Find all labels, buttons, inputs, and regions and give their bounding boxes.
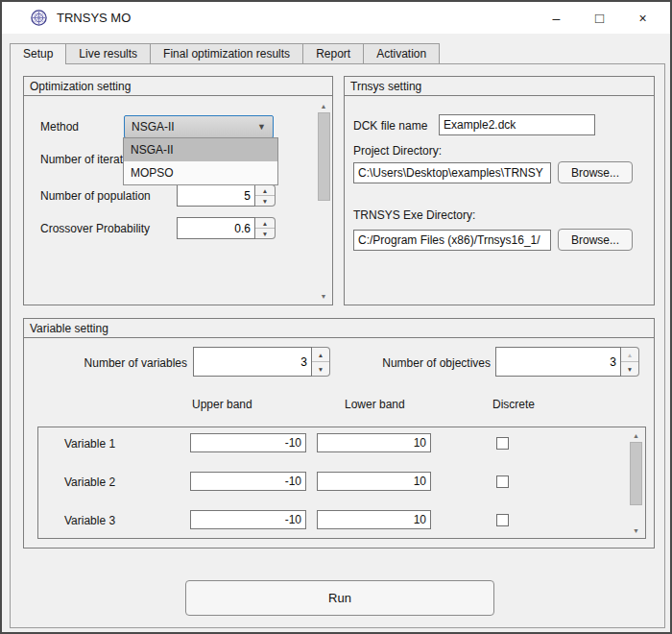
tab-report[interactable]: Report — [302, 43, 363, 64]
upper-band-header: Upper band — [192, 398, 252, 411]
num-variables-input[interactable] — [193, 347, 312, 377]
dck-file-name-label: DCK file name — [353, 119, 427, 133]
optimization-scrollbar[interactable]: ▲ ▼ — [317, 100, 330, 302]
exe-browse-button[interactable]: Browse... — [558, 229, 633, 251]
spin-up-icon[interactable]: ▲ — [621, 348, 638, 361]
scroll-down-icon[interactable]: ▼ — [629, 524, 643, 536]
num-objectives-input[interactable] — [495, 347, 621, 377]
project-directory-input[interactable] — [353, 162, 551, 183]
spin-down-icon[interactable]: ▼ — [621, 361, 638, 376]
table-row: Variable 1 — [38, 433, 645, 456]
discrete-checkbox[interactable] — [496, 514, 509, 526]
num-variables-label: Number of variables — [66, 356, 187, 370]
num-objectives-label: Number of objectives — [375, 356, 491, 370]
crossover-input[interactable] — [177, 217, 255, 239]
lower-band-input[interactable] — [317, 510, 431, 529]
setup-tab-panel: Optimization setting Method Number of it… — [10, 63, 665, 628]
maximize-button[interactable]: □ — [578, 2, 621, 34]
minimize-button[interactable]: – — [535, 2, 578, 34]
project-directory-label: Project Directory: — [353, 144, 442, 158]
num-objectives-spin-buttons: ▲ ▼ — [621, 347, 639, 377]
crossover-label: Crossover Probability — [40, 222, 150, 235]
scrollbar-track[interactable] — [318, 111, 330, 290]
scrollbar-track[interactable] — [630, 441, 642, 524]
dck-file-name-input[interactable] — [439, 114, 595, 135]
discrete-header: Discrete — [492, 398, 535, 411]
population-label: Number of population — [40, 189, 151, 203]
variable-setting-group: Variable setting Number of variables ▲ ▼… — [23, 318, 655, 549]
variable-table-scrollbar[interactable]: ▲ ▼ — [629, 429, 643, 536]
population-input[interactable] — [177, 184, 255, 207]
scroll-up-icon[interactable]: ▲ — [317, 100, 330, 111]
table-row: Variable 3 — [38, 510, 645, 533]
scrollbar-thumb[interactable] — [630, 442, 642, 505]
variable-name: Variable 3 — [64, 514, 115, 527]
scrollbar-thumb[interactable] — [318, 112, 330, 201]
trnsys-setting-group: Trnsys setting DCK file name Project Dir… — [344, 76, 655, 305]
spin-up-icon[interactable]: ▲ — [312, 348, 329, 361]
app-window: TRNSYS MO – □ × Setup Live results Final… — [0, 0, 672, 634]
trnsys-setting-title: Trnsys setting — [345, 77, 654, 96]
method-combobox[interactable]: NSGA-II ▼ — [124, 115, 274, 138]
close-button[interactable]: × — [621, 2, 664, 34]
chevron-down-icon: ▼ — [257, 122, 266, 132]
scroll-down-icon[interactable]: ▼ — [317, 290, 330, 302]
spin-down-icon[interactable]: ▼ — [255, 195, 275, 206]
optimization-setting-title: Optimization setting — [24, 77, 332, 96]
project-browse-button[interactable]: Browse... — [558, 161, 633, 183]
spin-down-icon[interactable]: ▼ — [312, 361, 329, 376]
population-spinner: ▲ ▼ — [177, 184, 276, 207]
exe-directory-label: TRNSYS Exe Directory: — [353, 208, 475, 222]
num-objectives-spinner: ▲ ▼ — [495, 347, 639, 377]
discrete-checkbox[interactable] — [496, 437, 509, 450]
num-variables-spin-buttons: ▲ ▼ — [312, 347, 330, 377]
num-variables-spinner: ▲ ▼ — [193, 347, 330, 377]
scroll-up-icon[interactable]: ▲ — [629, 429, 643, 441]
app-icon — [31, 10, 47, 26]
population-spin-buttons: ▲ ▼ — [255, 184, 276, 207]
spin-up-icon[interactable]: ▲ — [255, 218, 275, 228]
window-controls: – □ × — [535, 2, 664, 34]
tab-activation[interactable]: Activation — [363, 43, 440, 64]
upper-band-input[interactable] — [190, 472, 306, 491]
upper-band-input[interactable] — [190, 510, 306, 529]
tab-bar: Setup Live results Final optimization re… — [10, 43, 440, 65]
spin-down-icon[interactable]: ▼ — [255, 228, 275, 238]
crossover-spinner: ▲ ▼ — [177, 217, 276, 239]
lower-band-header: Lower band — [345, 398, 405, 411]
crossover-spin-buttons: ▲ ▼ — [255, 217, 276, 239]
title-bar: TRNSYS MO – □ × — [2, 2, 670, 34]
optimization-setting-group: Optimization setting Method Number of it… — [23, 76, 333, 305]
variable-name: Variable 2 — [64, 476, 115, 489]
upper-band-input[interactable] — [190, 433, 306, 452]
tab-setup[interactable]: Setup — [10, 43, 65, 65]
tab-live-results[interactable]: Live results — [65, 43, 150, 64]
variable-name: Variable 1 — [64, 437, 115, 451]
method-combobox-value: NSGA-II — [132, 120, 175, 134]
variable-table: Variable 1 Variable 2 Variable 3 — [37, 427, 646, 539]
lower-band-input[interactable] — [317, 433, 431, 452]
lower-band-input[interactable] — [317, 472, 431, 491]
window-title: TRNSYS MO — [57, 11, 131, 25]
run-button[interactable]: Run — [185, 580, 494, 616]
discrete-checkbox[interactable] — [496, 476, 509, 488]
method-option-mopso[interactable]: MOPSO — [124, 161, 277, 184]
variable-setting-title: Variable setting — [24, 319, 654, 338]
spin-up-icon[interactable]: ▲ — [255, 185, 275, 195]
method-label: Method — [40, 120, 79, 134]
table-row: Variable 2 — [38, 472, 645, 495]
method-dropdown-list: NSGA-II MOPSO — [123, 137, 278, 185]
method-option-nsga-ii[interactable]: NSGA-II — [124, 138, 277, 161]
exe-directory-input[interactable] — [353, 230, 551, 251]
tab-final-optimization-results[interactable]: Final optimization results — [150, 43, 302, 64]
